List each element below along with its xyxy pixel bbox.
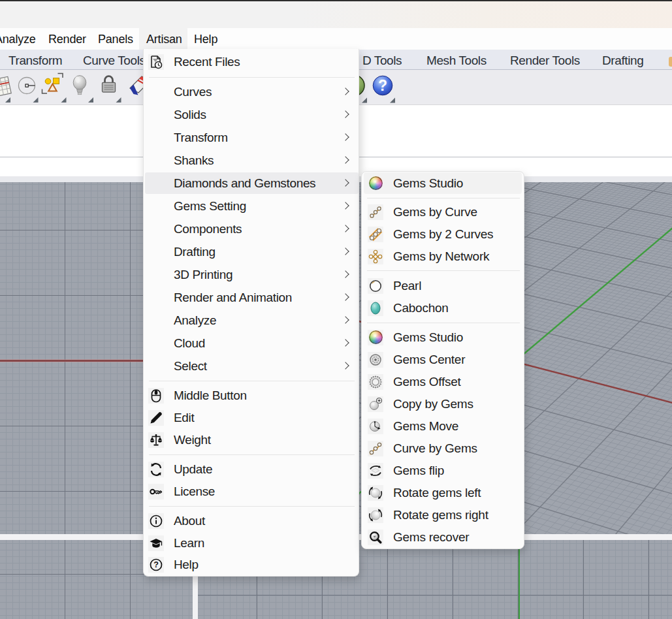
svg-text:?: ? xyxy=(153,561,159,570)
svg-text:?: ? xyxy=(378,77,387,94)
